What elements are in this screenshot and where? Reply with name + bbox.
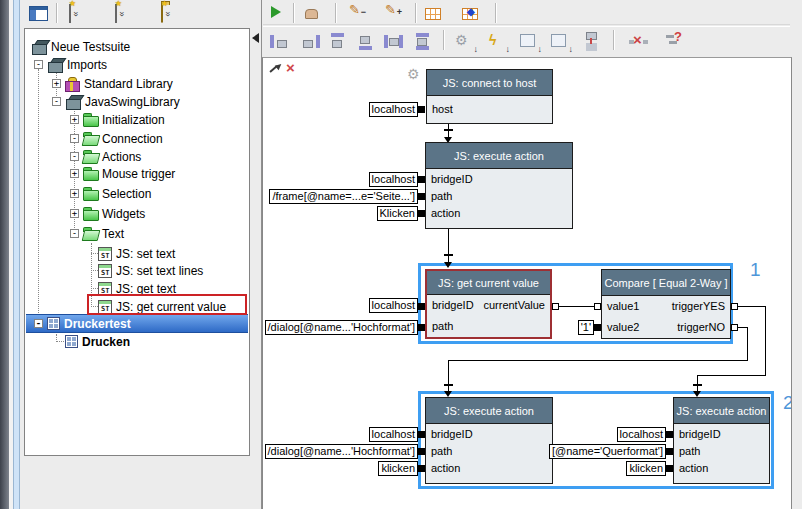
connector-square (666, 465, 673, 472)
input-value[interactable]: /frame[@name=...e='Seite...'] (269, 189, 418, 204)
input-value[interactable]: klicken (378, 461, 418, 476)
testsuite-tree: Neue Testsuite - Imports + Standard Libr… (24, 28, 250, 456)
align-top-icon[interactable] (328, 33, 348, 50)
tree-item-initialization[interactable]: + Initialization (70, 111, 165, 128)
input-value[interactable]: localhost (369, 427, 418, 442)
procedure-canvas[interactable]: × 1 2 ⚙ JS: connect to host host (262, 57, 792, 509)
output-port-name: triggerYES (672, 296, 725, 317)
tree-item-neue-testsuite[interactable]: Neue Testsuite (31, 38, 130, 55)
connection-help-icon[interactable] (665, 31, 689, 51)
connector-square (418, 465, 425, 472)
align-left-icon[interactable] (270, 33, 290, 50)
node-get-current-value[interactable]: JS: get current value bridgeID currentVa… (425, 269, 552, 339)
connector-line (448, 360, 748, 361)
expander-icon[interactable]: - (70, 152, 79, 161)
chevron-down-icon[interactable]: » (72, 11, 80, 16)
splitter-collapse-icon[interactable] (252, 33, 259, 43)
pick-element-icon[interactable] (267, 62, 282, 77)
port-name: action (431, 460, 460, 477)
tree-guide-line (91, 270, 98, 271)
input-value[interactable]: '1' (578, 320, 594, 335)
input-value[interactable]: localhost (369, 102, 418, 117)
node-connect-to-host[interactable]: JS: connect to host host (426, 69, 553, 124)
library-gift-icon (65, 77, 80, 90)
same-height-icon[interactable] (413, 33, 433, 50)
grid-mark-icon[interactable]: ◆ (462, 8, 478, 20)
node-title: JS: execute action (426, 143, 572, 169)
pencil-add-icon[interactable]: ✎+ (385, 2, 396, 17)
tree-guide-line (56, 341, 64, 342)
tree-item-drucken[interactable]: Drucken (65, 333, 130, 350)
port-name: value1 (607, 296, 639, 317)
new-sequence-button[interactable]: » (112, 2, 127, 25)
tree-item-actions[interactable]: - Actions (70, 148, 141, 165)
expander-icon[interactable]: - (70, 229, 79, 238)
expander-icon[interactable]: + (70, 115, 79, 124)
tree-guide-line (91, 288, 98, 289)
tree-item-javaswinglibrary[interactable]: - JavaSwingLibrary (52, 93, 180, 110)
same-width-icon[interactable] (384, 33, 404, 50)
tree-item-widgets[interactable]: + Widgets (70, 205, 145, 222)
new-testcase-button[interactable]: » (66, 2, 81, 25)
folder-open-icon (83, 227, 98, 240)
arrange-box2-icon[interactable] (550, 32, 572, 52)
expander-icon[interactable]: - (52, 97, 61, 106)
port-name: path (431, 443, 452, 460)
port-row: path (426, 443, 552, 460)
input-value[interactable]: localhost (617, 427, 666, 442)
port-row: action (674, 460, 769, 477)
tree-item-js-set-text[interactable]: JS: set text (98, 245, 175, 262)
main-toolbar: ✎− ✎+ ◆ (263, 0, 790, 25)
record-icon[interactable] (305, 9, 318, 19)
arrange-box-icon[interactable] (519, 32, 541, 52)
new-package-button[interactable]: » (158, 2, 173, 25)
tree-item-druckertest[interactable]: - Druckertest (26, 314, 248, 333)
input-value[interactable]: Klicken (377, 206, 418, 221)
arrange-gear-icon[interactable] (455, 32, 477, 52)
expander-icon[interactable]: + (70, 209, 79, 218)
expander-icon[interactable]: + (70, 189, 79, 198)
port-name: bridgeID (679, 426, 721, 443)
tree-item-text[interactable]: - Text (70, 225, 124, 242)
pencil-remove-icon[interactable]: ✎− (349, 2, 360, 17)
layout-window-button[interactable] (26, 2, 51, 25)
node-title: Compare [ Equal 2-Way ] (602, 270, 730, 296)
connector-tick (444, 384, 453, 386)
tree-item-connection[interactable]: - Connection (70, 130, 163, 147)
tree-item-standard-library[interactable]: + Standard Library (52, 75, 173, 92)
tree-item-imports[interactable]: - Imports (34, 56, 107, 73)
connector-square (666, 448, 673, 455)
distribute-icon[interactable] (581, 31, 601, 51)
align-bottom-icon[interactable] (356, 33, 376, 50)
expander-icon[interactable]: + (52, 79, 61, 88)
input-value[interactable]: localhost (369, 298, 418, 313)
tree-item-selection[interactable]: + Selection (70, 185, 151, 202)
arrange-flash-icon[interactable] (487, 32, 509, 52)
input-value[interactable]: localhost (369, 172, 418, 187)
chevron-down-icon[interactable]: » (164, 11, 172, 16)
node-execute-action-1[interactable]: JS: execute action bridgeID path action (425, 142, 573, 229)
delete-icon[interactable]: × (286, 61, 295, 75)
node-execute-action-2[interactable]: JS: execute action bridgeID path action (425, 397, 553, 484)
tree-guide-line (91, 253, 98, 254)
port-row: path (426, 188, 572, 205)
tree-toolbar: » » » (20, 0, 258, 27)
run-icon[interactable] (271, 6, 281, 18)
chevron-down-icon[interactable]: » (118, 11, 126, 16)
folder-closed-icon (83, 207, 98, 220)
expander-icon[interactable]: - (34, 60, 43, 69)
input-value[interactable]: /dialog[@name...'Hochformat'] (265, 320, 418, 335)
input-value[interactable]: [@name='Querformat'] (549, 444, 666, 459)
grid-icon[interactable] (425, 8, 441, 20)
expander-icon[interactable]: - (70, 134, 79, 143)
node-execute-action-3[interactable]: JS: execute action bridgeID path action (673, 397, 770, 484)
align-right-icon[interactable] (300, 33, 320, 50)
input-value[interactable]: /dialog[@name...'Hochformat'] (265, 444, 418, 459)
expander-icon[interactable]: - (34, 319, 43, 328)
tree-item-js-set-text-lines[interactable]: JS: set text lines (98, 262, 203, 279)
tree-item-mouse-trigger[interactable]: + Mouse trigger (70, 165, 175, 182)
expander-icon[interactable]: + (70, 169, 79, 178)
input-value[interactable]: klicken (626, 461, 666, 476)
remove-connection-icon[interactable] (629, 33, 653, 51)
node-compare-equal-2way[interactable]: Compare [ Equal 2-Way ] value1 triggerYE… (601, 269, 731, 339)
